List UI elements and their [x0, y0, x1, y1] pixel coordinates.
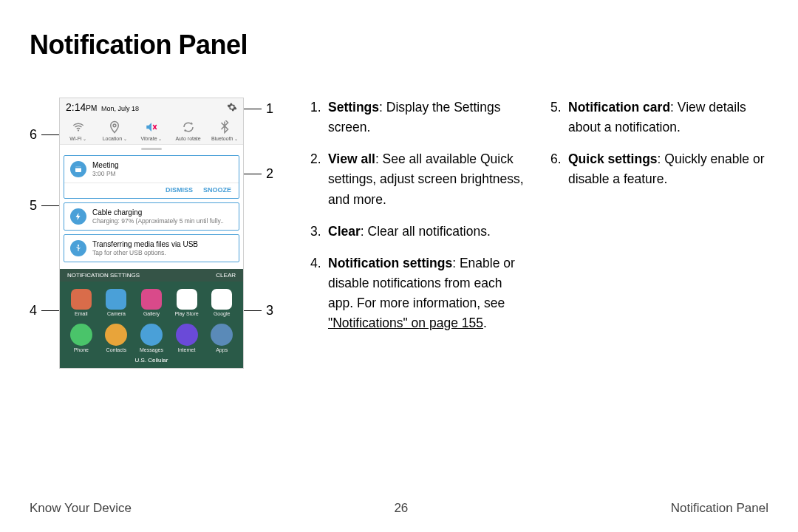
description: 1. Settings: Display the Settings screen…	[281, 98, 768, 345]
description-right: 5. Notification card: View details about…	[550, 98, 768, 345]
panel-footer: NOTIFICATION SETTINGS CLEAR	[60, 269, 243, 282]
dock: Phone Contacts Messages Internet Apps	[60, 318, 243, 355]
notification-subtitle: Tap for other USB options.	[92, 249, 198, 257]
desc-item-6: 6. Quick settings: Quickly enable or dis…	[550, 149, 768, 189]
mute-icon	[145, 120, 158, 134]
page-number: 26	[394, 501, 408, 516]
footer-left: Know Your Device	[30, 501, 132, 516]
app-gallery[interactable]: Gallery	[134, 289, 168, 316]
qs-bluetooth[interactable]: Bluetooth ⌄	[206, 116, 243, 144]
app-email[interactable]: Email	[64, 289, 98, 316]
callout-3: 3	[244, 303, 273, 318]
charging-icon	[70, 208, 86, 225]
desc-item-2: 2. View all: See all available Quick set…	[310, 149, 528, 209]
qs-vibrate[interactable]: Vibrate ⌄	[133, 116, 170, 144]
status-time: 2:14	[66, 101, 86, 113]
desc-item-5: 5. Notification card: View details about…	[550, 98, 768, 137]
callout-6: 6	[30, 127, 59, 143]
notification-title: Cable charging	[92, 208, 224, 217]
phone-diagram-column: 6 5 4 1 2 3 2:14PM Mon, July 18	[30, 98, 281, 345]
notification-subtitle: Charging: 97% (Approximately 5 min until…	[92, 217, 224, 225]
footer-right: Notification Panel	[671, 501, 768, 516]
usb-icon	[70, 240, 86, 256]
app-apps[interactable]: Apps	[205, 324, 239, 352]
drag-handle[interactable]	[60, 145, 243, 152]
phone-screenshot: 2:14PM Mon, July 18 Wi-Fi ⌄ Location ⌄	[59, 98, 244, 369]
app-camera[interactable]: Camera	[100, 289, 134, 316]
notifications-area: Meeting 3:00 PM DISMISS SNOOZE Cable cha…	[60, 152, 243, 269]
app-google[interactable]: Google	[205, 289, 239, 316]
desc-item-4: 4. Notification settings: Enable or disa…	[310, 253, 528, 334]
notification-title: Transferring media files via USB	[92, 239, 198, 249]
callout-4: 4	[30, 303, 59, 318]
description-left: 1. Settings: Display the Settings screen…	[310, 98, 528, 345]
qs-autorotate[interactable]: Auto rotate	[170, 116, 207, 144]
desc-item-3: 3. Clear: Clear all notifications.	[310, 222, 528, 242]
home-apps: Email Camera Gallery Play Store Google	[60, 282, 243, 318]
notification-subtitle: 3:00 PM	[92, 170, 119, 178]
notifications-link[interactable]: "Notifications" on page 155	[328, 316, 483, 330]
callout-1: 1	[244, 101, 273, 117]
qs-location[interactable]: Location ⌄	[97, 116, 134, 144]
status-date: Mon, July 18	[101, 105, 139, 112]
page-title: Notification Panel	[0, 0, 798, 61]
callout-2: 2	[244, 166, 273, 182]
snooze-button[interactable]: SNOOZE	[203, 186, 231, 194]
notification-settings-button[interactable]: NOTIFICATION SETTINGS	[67, 272, 140, 279]
notification-card[interactable]: Cable charging Charging: 97% (Approximat…	[64, 202, 239, 231]
svg-point-0	[78, 129, 79, 131]
location-icon	[108, 120, 121, 134]
app-messages[interactable]: Messages	[134, 324, 168, 352]
callout-5: 5	[30, 198, 59, 214]
quick-settings-row: Wi-Fi ⌄ Location ⌄ Vibrate ⌄ Auto rotate…	[60, 116, 243, 145]
notification-card[interactable]: Meeting 3:00 PM DISMISS SNOOZE	[64, 155, 239, 199]
app-contacts[interactable]: Contacts	[100, 324, 134, 352]
carrier-label: U.S. Cellular	[60, 355, 243, 368]
notification-title: Meeting	[92, 160, 119, 170]
dismiss-button[interactable]: DISMISS	[166, 186, 193, 194]
qs-wifi[interactable]: Wi-Fi ⌄	[60, 116, 97, 144]
app-phone[interactable]: Phone	[64, 324, 98, 352]
bluetooth-icon	[218, 120, 231, 134]
svg-point-1	[114, 124, 117, 127]
content: 6 5 4 1 2 3 2:14PM Mon, July 18	[0, 61, 798, 345]
status-bar: 2:14PM Mon, July 18	[60, 98, 243, 116]
app-playstore[interactable]: Play Store	[170, 289, 204, 316]
rotate-icon	[182, 120, 195, 134]
clear-button[interactable]: CLEAR	[216, 272, 236, 279]
wifi-icon	[72, 120, 85, 134]
gear-icon[interactable]	[227, 102, 237, 112]
app-internet[interactable]: Internet	[170, 324, 204, 352]
svg-rect-5	[75, 167, 81, 168]
desc-item-1: 1. Settings: Display the Settings screen…	[310, 98, 528, 137]
calendar-icon	[70, 161, 86, 177]
page-footer: Know Your Device 26 Notification Panel	[30, 501, 768, 516]
notification-card[interactable]: Transferring media files via USB Tap for…	[64, 234, 239, 262]
